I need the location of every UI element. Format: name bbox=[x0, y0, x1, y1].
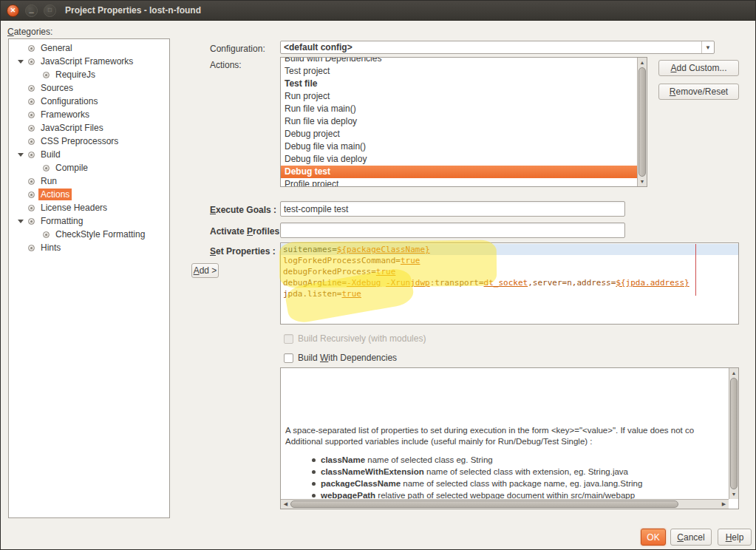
category-bullet-icon bbox=[43, 231, 50, 238]
remove-reset-button[interactable]: Remove/Reset bbox=[658, 84, 739, 100]
category-bullet-icon bbox=[43, 165, 50, 172]
actions-list-inner: Build with DependenciesTest projectTest … bbox=[281, 57, 637, 187]
scroll-up-icon[interactable]: ▲ bbox=[638, 58, 647, 67]
property-line[interactable]: debugArgLine=-Xdebug -Xrunjdwp:transport… bbox=[281, 277, 738, 288]
action-item[interactable]: Debug test bbox=[281, 166, 637, 178]
add-property-button[interactable]: Add > bbox=[191, 263, 219, 278]
action-item[interactable]: Run file via deploy bbox=[281, 115, 637, 128]
help-horizontal-scrollbar[interactable]: ◀ ▶ bbox=[281, 499, 729, 509]
checkbox-icon[interactable] bbox=[284, 353, 293, 363]
category-item-label: JavaScript Frameworks bbox=[38, 55, 135, 67]
category-item-configurations[interactable]: Configurations bbox=[13, 95, 169, 108]
category-item-css-preprocessors[interactable]: CSS Preprocessors bbox=[13, 135, 169, 148]
actions-listbox[interactable]: Build with DependenciesTest projectTest … bbox=[280, 57, 647, 187]
action-item[interactable]: Run project bbox=[281, 90, 637, 103]
category-item-requirejs[interactable]: RequireJs bbox=[13, 68, 169, 81]
category-bullet-icon bbox=[28, 58, 35, 65]
scroll-right-icon[interactable]: ▶ bbox=[719, 500, 729, 509]
action-item[interactable]: Test file bbox=[281, 78, 637, 90]
category-item-checkstyle-formatting[interactable]: CheckStyle Formatting bbox=[13, 228, 169, 241]
scroll-left-icon[interactable]: ◀ bbox=[281, 500, 290, 509]
activate-profiles-label: Activate Profiles : bbox=[210, 226, 285, 237]
help-panel: A space-separated list of properties to … bbox=[280, 367, 739, 509]
cancel-button[interactable]: Cancel bbox=[670, 529, 712, 546]
scrollbar-thumb[interactable] bbox=[638, 67, 646, 177]
action-item[interactable]: Debug project bbox=[281, 128, 637, 140]
add-custom-button[interactable]: Add Custom... bbox=[658, 60, 739, 76]
category-item-javascript-files[interactable]: JavaScript Files bbox=[13, 121, 169, 135]
build-with-dependencies-checkbox[interactable]: Build With Dependencies bbox=[284, 353, 397, 363]
expander-icon[interactable] bbox=[13, 220, 28, 223]
help-button[interactable]: Help bbox=[718, 529, 752, 546]
category-item-actions[interactable]: Actions bbox=[13, 188, 169, 201]
category-item-javascript-frameworks[interactable]: JavaScript Frameworks bbox=[13, 55, 169, 68]
set-properties-editor[interactable]: suitenames=${packageClassName}logForkedP… bbox=[280, 242, 739, 325]
actions-vertical-scrollbar[interactable]: ▲ ▼ bbox=[637, 58, 647, 186]
action-item[interactable]: Test project bbox=[281, 65, 637, 78]
category-bullet-icon bbox=[28, 125, 35, 132]
action-item[interactable]: Profile project bbox=[281, 178, 637, 187]
execute-goals-label: Execute Goals : bbox=[210, 205, 276, 215]
chevron-down-icon[interactable]: ▼ bbox=[701, 41, 714, 53]
category-bullet-icon bbox=[28, 191, 35, 198]
actions-label: Actions: bbox=[210, 60, 242, 70]
category-item-compile[interactable]: Compile bbox=[13, 161, 169, 174]
scroll-down-icon[interactable]: ▼ bbox=[638, 177, 647, 186]
category-bullet-icon bbox=[28, 112, 35, 118]
ok-button[interactable]: OK bbox=[641, 529, 666, 546]
category-bullet-icon bbox=[28, 85, 35, 92]
category-item-label: Build bbox=[38, 149, 63, 160]
property-line[interactable]: jpda.listen=true bbox=[281, 288, 738, 299]
category-item-label: Actions bbox=[38, 189, 72, 200]
category-bullet-icon bbox=[28, 178, 35, 185]
category-bullet-icon bbox=[28, 45, 35, 52]
help-vertical-scrollbar[interactable]: ▲ ▼ bbox=[729, 368, 738, 499]
bullet-icon bbox=[312, 482, 316, 486]
property-line[interactable]: debugForkedProcess=true bbox=[281, 266, 738, 277]
build-with-dependencies-label: Build With Dependencies bbox=[298, 353, 397, 363]
category-item-label: Frameworks bbox=[38, 109, 92, 120]
category-item-build[interactable]: Build bbox=[13, 148, 169, 161]
property-line[interactable]: logForkedProcessCommand=true bbox=[281, 255, 738, 266]
window-close-icon[interactable]: ✕ bbox=[7, 4, 19, 17]
category-item-hints[interactable]: Hints bbox=[13, 241, 169, 254]
category-item-formatting[interactable]: Formatting bbox=[13, 214, 169, 228]
right-margin-guide bbox=[695, 244, 696, 296]
category-item-general[interactable]: General bbox=[13, 41, 169, 55]
category-item-label: Hints bbox=[38, 242, 63, 254]
category-item-run[interactable]: Run bbox=[13, 174, 169, 188]
configuration-combobox[interactable]: <default config> ▼ bbox=[280, 41, 715, 54]
action-item[interactable]: Build with Dependencies bbox=[281, 57, 637, 65]
category-bullet-icon bbox=[43, 72, 50, 78]
execute-goals-input[interactable] bbox=[280, 201, 625, 217]
category-item-label: Configurations bbox=[38, 95, 100, 107]
category-item-label: Sources bbox=[38, 82, 75, 94]
help-bullets: className name of selected class eg. Str… bbox=[312, 454, 642, 501]
category-item-frameworks[interactable]: Frameworks bbox=[13, 108, 169, 121]
action-item[interactable]: Debug file via deploy bbox=[281, 153, 637, 166]
property-line[interactable]: suitenames=${packageClassName} bbox=[281, 244, 738, 255]
activate-profiles-input[interactable] bbox=[280, 223, 625, 238]
category-item-label: CSS Preprocessors bbox=[38, 135, 120, 147]
category-bullet-icon bbox=[28, 218, 35, 225]
scroll-down-icon[interactable]: ▼ bbox=[729, 489, 738, 499]
help-paragraph-2: Additional supported variables include (… bbox=[285, 437, 593, 446]
category-item-license-headers[interactable]: License Headers bbox=[13, 201, 169, 214]
category-item-sources[interactable]: Sources bbox=[13, 81, 169, 95]
window-maximize-icon[interactable]: □ bbox=[44, 4, 56, 17]
help-bullet: className name of selected class eg. Str… bbox=[312, 454, 642, 466]
category-bullet-icon bbox=[28, 205, 35, 211]
action-item[interactable]: Run file via main() bbox=[281, 103, 637, 115]
help-bullet: packageClassName name of selected class … bbox=[312, 478, 642, 489]
scroll-up-icon[interactable]: ▲ bbox=[729, 368, 738, 378]
window-title: Project Properties - lost-n-found bbox=[65, 5, 201, 16]
scrollbar-thumb[interactable] bbox=[290, 500, 678, 508]
categories-tree[interactable]: GeneralJavaScript FrameworksRequireJsSou… bbox=[8, 38, 170, 518]
expander-icon[interactable] bbox=[13, 60, 28, 64]
action-item[interactable]: Debug file via main() bbox=[281, 140, 637, 153]
window-minimize-icon[interactable]: ▁ bbox=[25, 4, 38, 17]
category-item-label: RequireJs bbox=[53, 69, 98, 81]
title-bar[interactable]: ✕ ▁ □ Project Properties - lost-n-found bbox=[1, 1, 755, 21]
expander-icon[interactable] bbox=[13, 153, 28, 157]
scrollbar-thumb[interactable] bbox=[730, 378, 738, 489]
